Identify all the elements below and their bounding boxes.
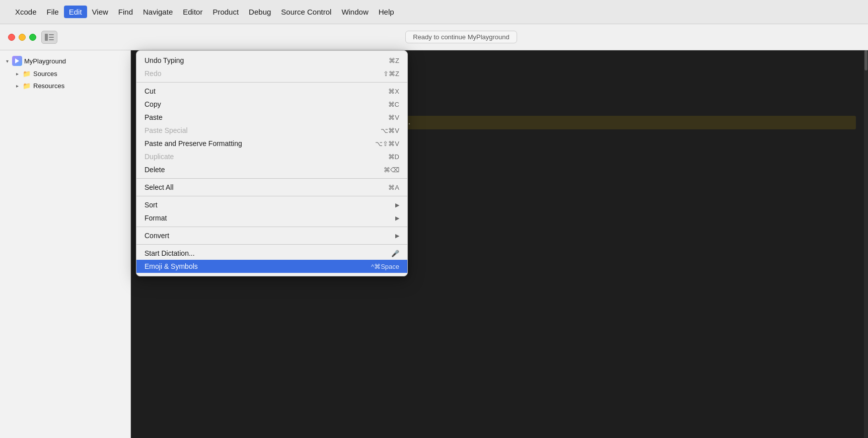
separator-4 (136, 227, 407, 227)
status-bar: Ready to continue MyPlayground (405, 31, 517, 43)
undo-typing-shortcut: ⌘Z (389, 57, 399, 64)
chevron-right-icon: ▸ (14, 70, 20, 77)
main-area: ▾ MyPlayground ▸ 📁 Sources ▸ 📁 Resources… (0, 50, 868, 438)
minimize-button[interactable] (19, 34, 26, 41)
undo-typing-label: Undo Typing (144, 56, 377, 64)
menu-item-paste[interactable]: Paste ⌘V (136, 111, 407, 124)
paste-preserve-shortcut: ⌥⇧⌘V (375, 140, 399, 148)
menu-item-undo-typing[interactable]: Undo Typing ⌘Z (136, 54, 407, 67)
sidebar-sources-label: Sources (33, 70, 57, 78)
edit-dropdown-menu: Undo Typing ⌘Z Redo ⇧⌘Z Cut ⌘X Copy ⌘C P… (136, 50, 408, 276)
menubar-help[interactable]: Help (374, 6, 399, 18)
menu-item-paste-preserve[interactable]: Paste and Preserve Formatting ⌥⇧⌘V (136, 137, 407, 150)
cut-shortcut: ⌘X (388, 88, 399, 95)
paste-special-label: Paste Special (144, 126, 369, 134)
menubar-view[interactable]: View (87, 6, 113, 18)
delete-shortcut: ⌘⌫ (384, 166, 399, 174)
redo-shortcut: ⇧⌘Z (383, 70, 399, 78)
separator-2 (136, 178, 407, 179)
menubar: Xcode File Edit View Find Navigate Edito… (0, 0, 868, 24)
sidebar-toggle-icon (45, 34, 54, 41)
menubar-find[interactable]: Find (113, 6, 138, 18)
svg-rect-3 (49, 39, 54, 40)
menubar-product[interactable]: Product (207, 6, 244, 18)
close-button[interactable] (8, 34, 15, 41)
sidebar-playground-label: MyPlayground (24, 57, 66, 65)
scrollbar-thumb[interactable] (864, 50, 867, 70)
separator-3 (136, 196, 407, 196)
playground-icon (12, 56, 22, 66)
select-all-shortcut: ⌘A (388, 184, 399, 191)
traffic-lights (8, 34, 36, 41)
sort-label: Sort (144, 201, 268, 209)
svg-rect-1 (49, 34, 54, 35)
menubar-navigate[interactable]: Navigate (138, 6, 178, 18)
menu-item-sort[interactable]: Sort ▶ (136, 198, 407, 211)
menu-item-select-all[interactable]: Select All ⌘A (136, 181, 407, 194)
duplicate-label: Duplicate (144, 153, 376, 161)
menu-item-redo[interactable]: Redo ⇧⌘Z (136, 67, 407, 80)
sidebar-item-resources[interactable]: ▸ 📁 Resources (0, 80, 130, 92)
paste-special-shortcut: ⌥⌘V (381, 127, 399, 134)
duplicate-shortcut: ⌘D (388, 153, 399, 161)
maximize-button[interactable] (29, 34, 36, 41)
folder-icon-2: 📁 (22, 81, 31, 90)
menu-item-start-dictation[interactable]: Start Dictation... 🎤 (136, 247, 407, 260)
select-all-label: Select All (144, 183, 376, 191)
separator-1 (136, 82, 407, 83)
menu-item-convert[interactable]: Convert ▶ (136, 229, 407, 242)
paste-shortcut: ⌘V (388, 114, 399, 121)
svg-rect-0 (45, 34, 48, 41)
sidebar-resources-label: Resources (33, 82, 64, 90)
status-text: Ready to continue MyPlayground (413, 33, 510, 41)
convert-arrow-icon: ▶ (395, 233, 399, 239)
menubar-debug[interactable]: Debug (244, 6, 276, 18)
format-label: Format (144, 214, 268, 222)
sort-arrow-icon: ▶ (395, 202, 399, 208)
sidebar-item-sources[interactable]: ▸ 📁 Sources (0, 67, 130, 80)
folder-icon: 📁 (22, 69, 31, 78)
menu-item-copy[interactable]: Copy ⌘C (136, 98, 407, 111)
menu-item-paste-special[interactable]: Paste Special ⌥⌘V (136, 124, 407, 137)
sidebar-item-playground[interactable]: ▾ MyPlayground (0, 54, 130, 67)
microphone-icon: 🎤 (391, 250, 399, 257)
menubar-source-control[interactable]: Source Control (276, 6, 336, 18)
separator-5 (136, 244, 407, 245)
menubar-editor[interactable]: Editor (178, 6, 207, 18)
format-arrow-icon: ▶ (395, 215, 399, 222)
menubar-file[interactable]: File (42, 6, 64, 18)
menu-item-duplicate[interactable]: Duplicate ⌘D (136, 150, 407, 163)
copy-label: Copy (144, 100, 376, 108)
chevron-right-icon-2: ▸ (14, 83, 20, 89)
delete-label: Delete (144, 166, 372, 174)
svg-rect-2 (49, 37, 54, 38)
menubar-xcode[interactable]: Xcode (10, 6, 42, 18)
copy-shortcut: ⌘C (388, 101, 399, 108)
sidebar: ▾ MyPlayground ▸ 📁 Sources ▸ 📁 Resources (0, 50, 131, 438)
menubar-window[interactable]: Window (336, 6, 373, 18)
sidebar-toggle-button[interactable] (41, 31, 57, 44)
menu-item-delete[interactable]: Delete ⌘⌫ (136, 163, 407, 176)
emoji-symbols-label: Emoji & Symbols (144, 262, 252, 270)
convert-label: Convert (144, 232, 268, 240)
paste-label: Paste (144, 113, 376, 121)
cut-label: Cut (144, 87, 376, 95)
emoji-symbols-shortcut: ^⌘Space (371, 263, 399, 270)
menu-item-emoji-symbols[interactable]: Emoji & Symbols ^⌘Space (136, 260, 407, 273)
toolbar: Ready to continue MyPlayground (0, 24, 868, 50)
menu-item-cut[interactable]: Cut ⌘X (136, 85, 407, 98)
menu-item-format[interactable]: Format ▶ (136, 211, 407, 225)
svg-marker-4 (15, 58, 19, 63)
scrollbar-track[interactable] (864, 50, 868, 438)
paste-preserve-label: Paste and Preserve Formatting (144, 139, 363, 148)
start-dictation-label: Start Dictation... (144, 249, 266, 257)
chevron-down-icon: ▾ (4, 58, 10, 64)
menubar-edit[interactable]: Edit (64, 6, 87, 18)
redo-label: Redo (144, 69, 371, 78)
